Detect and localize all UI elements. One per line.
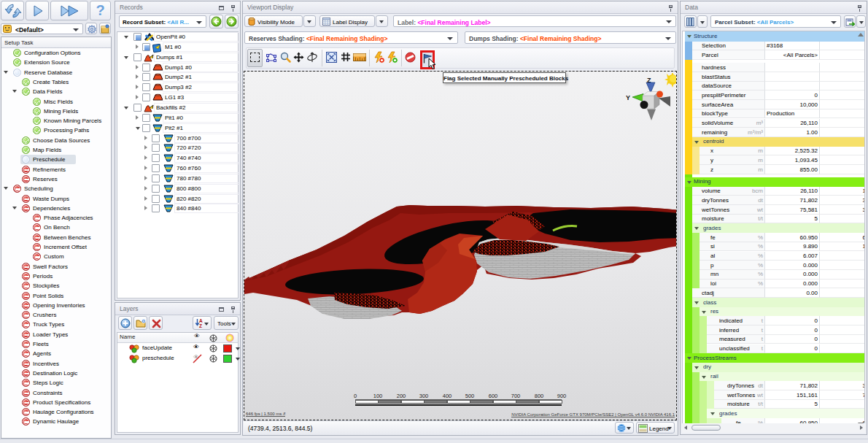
svg-text:Z: Z	[199, 323, 202, 328]
svg-text:Y: Y	[626, 94, 630, 101]
